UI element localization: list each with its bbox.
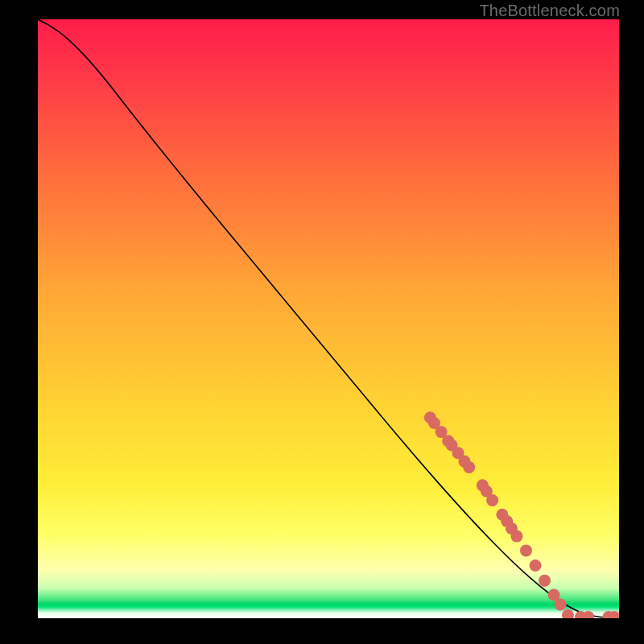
curve-svg: [38, 19, 619, 618]
data-marker: [530, 559, 542, 572]
data-marker: [539, 575, 551, 587]
watermark-text: TheBottleneck.com: [479, 2, 620, 20]
marker-group: [424, 411, 619, 618]
data-marker: [463, 461, 475, 473]
data-marker: [486, 494, 498, 506]
bottleneck-curve: [38, 19, 619, 618]
data-marker: [555, 598, 567, 610]
data-marker: [520, 544, 532, 556]
chart-frame: TheBottleneck.com: [0, 0, 644, 644]
data-marker: [562, 609, 574, 618]
plot-area: [38, 19, 619, 618]
data-marker: [510, 530, 522, 543]
